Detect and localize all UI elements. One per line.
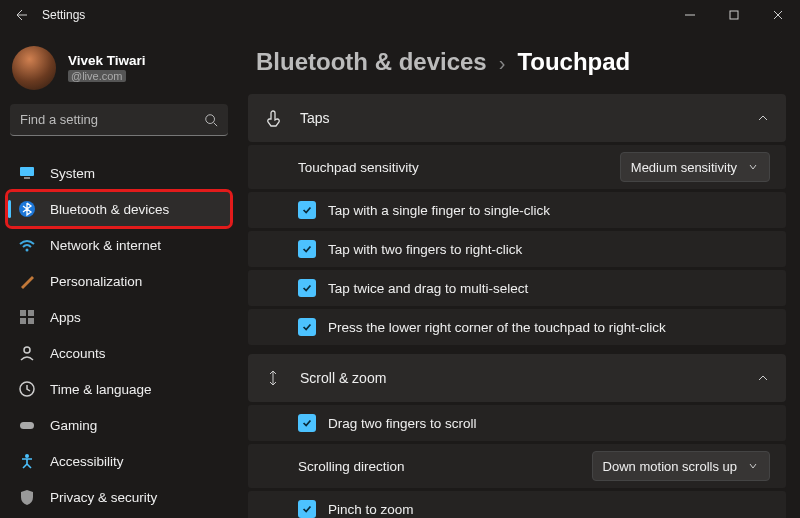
clock-icon (18, 380, 36, 398)
tap-icon (264, 109, 282, 127)
section-header-taps[interactable]: Taps (248, 94, 786, 142)
back-button[interactable] (12, 7, 28, 23)
breadcrumb-separator-icon: › (499, 52, 506, 75)
maximize-button[interactable] (712, 0, 756, 30)
section-header-scroll-zoom[interactable]: Scroll & zoom (248, 354, 786, 402)
sidebar-item-gaming[interactable]: Gaming (8, 408, 230, 442)
scroll-icon (264, 369, 282, 387)
breadcrumb-parent[interactable]: Bluetooth & devices (256, 48, 487, 76)
svg-rect-2 (20, 167, 34, 176)
sidebar-item-system[interactable]: System (8, 156, 230, 190)
checkbox-icon[interactable] (298, 279, 316, 297)
checkbox-icon[interactable] (298, 240, 316, 258)
nav-label: System (50, 166, 95, 181)
breadcrumb: Bluetooth & devices › Touchpad (256, 48, 788, 76)
sidebar-item-personalization[interactable]: Personalization (8, 264, 230, 298)
checkbox-tap-single[interactable]: Tap with a single finger to single-click (248, 192, 786, 228)
nav-label: Personalization (50, 274, 142, 289)
nav-label: Apps (50, 310, 81, 325)
nav-label: Bluetooth & devices (50, 202, 169, 217)
apps-icon (18, 308, 36, 326)
close-button[interactable] (756, 0, 800, 30)
brush-icon (18, 272, 36, 290)
sidebar-item-network[interactable]: Network & internet (8, 228, 230, 262)
svg-point-10 (24, 347, 30, 353)
svg-rect-3 (24, 177, 30, 179)
breadcrumb-current: Touchpad (517, 48, 630, 76)
section-title: Scroll & zoom (300, 370, 756, 386)
accessibility-icon (18, 452, 36, 470)
chevron-down-icon (747, 161, 759, 173)
row-touchpad-sensitivity: Touchpad sensitivity Medium sensitivity (248, 145, 786, 189)
svg-rect-8 (20, 318, 26, 324)
chevron-up-icon (756, 371, 770, 385)
svg-rect-12 (20, 422, 34, 429)
cb-label: Tap with a single finger to single-click (328, 203, 550, 218)
sidebar-item-apps[interactable]: Apps (8, 300, 230, 334)
main-content: Bluetooth & devices › Touchpad Taps Touc… (238, 30, 800, 518)
checkbox-icon[interactable] (298, 500, 316, 518)
row-label: Touchpad sensitivity (298, 160, 620, 175)
profile-name: Vivek Tiwari (68, 53, 146, 68)
section-title: Taps (300, 110, 756, 126)
svg-rect-6 (20, 310, 26, 316)
svg-point-1 (206, 114, 215, 123)
system-icon (18, 164, 36, 182)
avatar (12, 46, 56, 90)
checkbox-pinch-zoom[interactable]: Pinch to zoom (248, 491, 786, 518)
cb-label: Tap twice and drag to multi-select (328, 281, 528, 296)
sidebar-item-bluetooth-devices[interactable]: Bluetooth & devices (8, 192, 230, 226)
window-title: Settings (42, 8, 85, 22)
gaming-icon (18, 416, 36, 434)
bluetooth-icon (18, 200, 36, 218)
sidebar-item-accounts[interactable]: Accounts (8, 336, 230, 370)
checkbox-tap-two-right[interactable]: Tap with two fingers to right-click (248, 231, 786, 267)
nav-label: Privacy & security (50, 490, 157, 505)
nav-label: Gaming (50, 418, 97, 433)
minimize-button[interactable] (668, 0, 712, 30)
svg-point-13 (25, 454, 29, 458)
nav: System Bluetooth & devices Network & int… (8, 156, 230, 518)
cb-label: Press the lower right corner of the touc… (328, 320, 666, 335)
checkbox-drag-two-fingers[interactable]: Drag two fingers to scroll (248, 405, 786, 441)
profile-area[interactable]: Vivek Tiwari @live.com (8, 42, 230, 104)
chevron-down-icon (747, 460, 759, 472)
dropdown-value: Medium sensitivity (631, 160, 737, 175)
row-label: Scrolling direction (298, 459, 592, 474)
checkbox-icon[interactable] (298, 414, 316, 432)
cb-label: Pinch to zoom (328, 502, 414, 517)
search-icon (204, 113, 218, 127)
cb-label: Drag two fingers to scroll (328, 416, 477, 431)
sidebar: Vivek Tiwari @live.com System Bluetooth … (0, 30, 238, 518)
row-scrolling-direction: Scrolling direction Down motion scrolls … (248, 444, 786, 488)
nav-label: Accounts (50, 346, 106, 361)
direction-dropdown[interactable]: Down motion scrolls up (592, 451, 770, 481)
search-box[interactable] (10, 104, 228, 136)
sidebar-item-time-language[interactable]: Time & language (8, 372, 230, 406)
checkbox-icon[interactable] (298, 318, 316, 336)
profile-email: @live.com (68, 70, 126, 82)
checkbox-icon[interactable] (298, 201, 316, 219)
sensitivity-dropdown[interactable]: Medium sensitivity (620, 152, 770, 182)
nav-label: Time & language (50, 382, 152, 397)
svg-rect-0 (730, 11, 738, 19)
checkbox-tap-twice-drag[interactable]: Tap twice and drag to multi-select (248, 270, 786, 306)
chevron-up-icon (756, 111, 770, 125)
person-icon (18, 344, 36, 362)
sidebar-item-privacy[interactable]: Privacy & security (8, 480, 230, 514)
cb-label: Tap with two fingers to right-click (328, 242, 522, 257)
sidebar-item-accessibility[interactable]: Accessibility (8, 444, 230, 478)
checkbox-press-corner[interactable]: Press the lower right corner of the touc… (248, 309, 786, 345)
shield-icon (18, 488, 36, 506)
wifi-icon (18, 236, 36, 254)
search-input[interactable] (20, 112, 204, 127)
dropdown-value: Down motion scrolls up (603, 459, 737, 474)
nav-label: Network & internet (50, 238, 161, 253)
svg-point-5 (26, 249, 29, 252)
svg-rect-7 (28, 310, 34, 316)
nav-label: Accessibility (50, 454, 124, 469)
svg-rect-9 (28, 318, 34, 324)
